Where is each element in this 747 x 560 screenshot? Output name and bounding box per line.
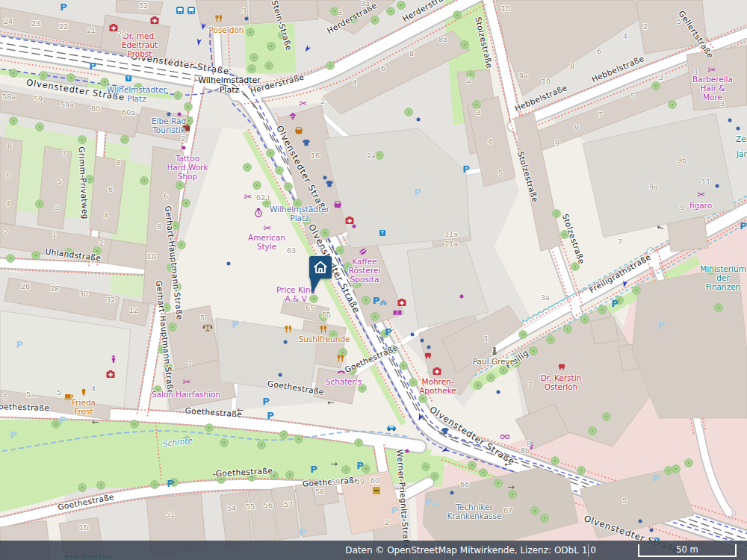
scale-bar: 50 m — [638, 544, 737, 557]
marker-pointer — [310, 277, 323, 295]
scale-label: 50 m — [676, 546, 698, 555]
home-icon — [312, 259, 329, 276]
attribution-text: Daten © OpenStreetMap Mitwirkende, Lizen… — [345, 545, 596, 556]
footer-separator — [588, 544, 589, 557]
attribution-bar: Daten © OpenStreetMap Mitwirkende, Lizen… — [0, 541, 747, 560]
map-canvas[interactable]: PPPPPPPPPPPPPPPPPPPPPPP→→→→→→→→→✂✂✂✂✂✂ O… — [0, 0, 747, 560]
marker-box — [309, 256, 332, 279]
map-graphics — [0, 0, 747, 560]
